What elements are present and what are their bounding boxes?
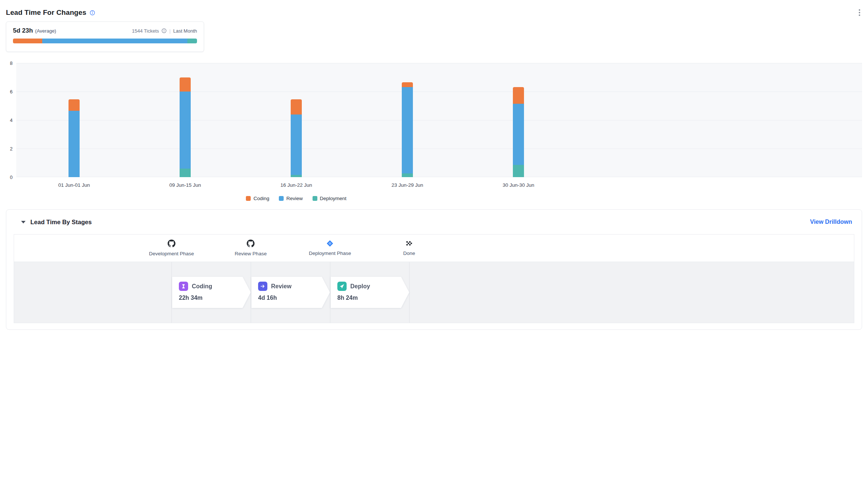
view-drilldown-link[interactable]: View Drilldown — [810, 219, 852, 225]
gridline — [16, 177, 862, 177]
stage-card-review[interactable]: Review4d 16h — [251, 277, 330, 308]
page-title: Lead Time For Changes — [6, 9, 86, 17]
github-icon — [167, 239, 176, 248]
stage-card-wrap: Review4d 16h — [251, 277, 330, 308]
lead-time-chart: 02468 01 Jun-01 Jun09 Jun-15 Jun16 Jun-2… — [0, 63, 868, 211]
stage-card-line1: Coding — [179, 282, 251, 291]
legend-swatch-deployment — [313, 196, 317, 201]
separator: | — [169, 28, 170, 34]
stage-card-wrap: Deploy8h 24m — [331, 277, 409, 308]
github-icon — [247, 239, 255, 248]
stage-duration: 8h 24m — [337, 295, 409, 301]
stage-duration: 4d 16h — [258, 295, 330, 301]
column-divider — [409, 262, 410, 323]
chart-legend: CodingReviewDeployment — [16, 196, 576, 201]
phase-label: Review Phase — [235, 251, 267, 256]
lead-time-by-stages-panel: Lead Time By Stages View Drilldown Devel… — [6, 209, 862, 330]
summary-distribution-bar — [13, 39, 197, 43]
bar-segment-coding[interactable] — [513, 87, 524, 103]
x-axis-label: 01 Jun-01 Jun — [33, 182, 115, 188]
y-axis-label: 8 — [0, 60, 13, 66]
bar-segment-deployment[interactable] — [180, 169, 191, 177]
stages-panel-header: Lead Time By Stages View Drilldown — [6, 210, 862, 234]
bar-segment-review[interactable] — [513, 104, 524, 165]
stage-duration: 22h 34m — [179, 295, 251, 301]
gridline — [16, 120, 862, 120]
info-icon[interactable] — [90, 10, 95, 16]
period-label: Last Month — [173, 28, 197, 34]
bar-segment-deployment[interactable] — [513, 165, 524, 177]
diamond-icon — [326, 239, 334, 248]
legend-swatch-review — [279, 196, 284, 201]
legend-label: Review — [286, 196, 303, 201]
x-axis-label: 16 Jun-22 Jun — [256, 182, 337, 188]
stage-card-line1: Review — [258, 282, 330, 291]
legend-item-review[interactable]: Review — [279, 196, 303, 201]
x-axis-label: 23 Jun-29 Jun — [367, 182, 448, 188]
bar-segment-coding[interactable] — [180, 77, 191, 92]
stage-card-line1: Deploy — [337, 282, 409, 291]
bar-segment-deployment[interactable] — [291, 175, 302, 177]
x-axis-label: 30 Jun-30 Jun — [478, 182, 559, 188]
rocket-icon — [337, 282, 347, 291]
tickets-count: 1544 Tickets — [132, 28, 159, 34]
stages-table-body: Coding22h 34mReview4d 16hDeploy8h 24m — [14, 262, 854, 323]
stage-name: Deploy — [350, 283, 370, 290]
kebab-menu-icon[interactable] — [857, 7, 862, 18]
bar-segment-review[interactable] — [69, 111, 80, 177]
phase-milestone-deployment-phase: Deployment Phase — [309, 239, 351, 256]
bar-segment-coding[interactable] — [291, 99, 302, 114]
column-divider — [251, 262, 251, 323]
gridline — [16, 92, 862, 92]
tickets-info-icon[interactable] — [161, 28, 167, 33]
y-axis-label: 0 — [0, 175, 13, 180]
stage-name: Review — [271, 283, 291, 290]
page-header: Lead Time For Changes — [6, 7, 862, 19]
column-divider — [171, 262, 172, 323]
phase-label: Development Phase — [149, 251, 194, 256]
stage-card-coding[interactable]: Coding22h 34m — [172, 277, 251, 308]
bar-segment-deployment[interactable] — [402, 173, 413, 177]
y-axis-label: 6 — [0, 89, 13, 94]
bar-segment-review[interactable] — [402, 87, 413, 173]
bar-segment-review[interactable] — [291, 115, 302, 175]
y-axis-label: 2 — [0, 146, 13, 152]
gridline — [16, 149, 862, 149]
stages-table: Development PhaseReview PhaseDeployment … — [14, 234, 854, 323]
collapse-caret-icon[interactable] — [21, 221, 26, 223]
stage-name: Coding — [192, 283, 212, 290]
phase-milestone-review-phase: Review Phase — [235, 239, 267, 256]
phase-milestone-development-phase: Development Phase — [149, 239, 194, 256]
legend-label: Deployment — [320, 196, 347, 201]
y-axis-label: 4 — [0, 117, 13, 123]
checkered-flag-icon — [405, 239, 413, 248]
summary-segment-coding — [13, 39, 42, 43]
summary-row: 5d 23h (Average) 1544 Tickets | Last Mon… — [13, 27, 197, 34]
arrow-icon — [258, 282, 267, 291]
phase-label: Deployment Phase — [309, 250, 351, 256]
column-divider — [330, 262, 330, 323]
stage-card-wrap: Coding22h 34m — [172, 277, 251, 308]
x-axis-label: 09 Jun-15 Jun — [144, 182, 226, 188]
average-lead-time-value: 5d 23h — [13, 27, 33, 34]
stage-card-deploy[interactable]: Deploy8h 24m — [331, 277, 409, 308]
bar-segment-coding[interactable] — [69, 99, 80, 111]
legend-label: Coding — [253, 196, 269, 201]
legend-item-deployment[interactable]: Deployment — [313, 196, 347, 201]
phase-milestone-done: Done — [403, 239, 415, 256]
summary-segment-deployment — [187, 39, 197, 43]
gridline — [16, 63, 862, 63]
legend-swatch-coding — [246, 196, 251, 201]
legend-item-coding[interactable]: Coding — [246, 196, 269, 201]
summary-card: 5d 23h (Average) 1544 Tickets | Last Mon… — [6, 21, 204, 52]
hourglass-icon — [179, 282, 188, 291]
chart-plot-area — [16, 63, 862, 177]
average-label: (Average) — [35, 28, 56, 34]
bar-segment-coding[interactable] — [402, 82, 413, 87]
lead-time-widget: Lead Time For Changes 5d 23h (Average) 1… — [0, 0, 868, 501]
phase-label: Done — [403, 250, 415, 256]
bar-segment-review[interactable] — [180, 92, 191, 169]
summary-segment-review — [42, 39, 188, 43]
stages-table-header: Development PhaseReview PhaseDeployment … — [14, 235, 854, 262]
stages-panel-title: Lead Time By Stages — [30, 219, 92, 226]
